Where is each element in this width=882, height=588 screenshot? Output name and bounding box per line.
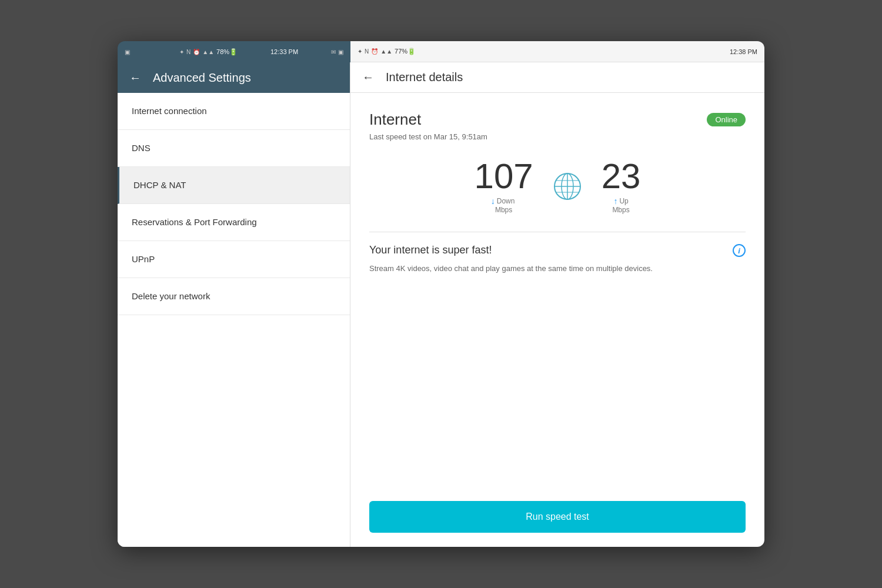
upload-unit: Mbps (602, 206, 641, 214)
menu-item-reservations[interactable]: Reservations & Port Forwarding (118, 204, 350, 241)
left-status-icons: ▣ ✦ N ⏰ ▲▲ 78%🔋 (125, 48, 238, 56)
n-right: N (365, 48, 369, 55)
download-speed-number: 107 (475, 159, 533, 194)
download-arrow-icon: ↓ (491, 196, 495, 206)
download-direction: ↓ Down (475, 196, 533, 206)
status-bar-left: ▣ ✦ N ⏰ ▲▲ 78%🔋 12:33 PM ✉ ▣ (118, 41, 350, 62)
main-area: ← Advanced Settings Internet connection … (118, 62, 764, 547)
screen-icon: ▣ (338, 49, 343, 55)
upload-arrow-icon: ↑ (613, 196, 617, 206)
download-speed-item: 107 ↓ Down Mbps (475, 159, 533, 214)
battery-left: 78%🔋 (216, 48, 238, 56)
info-icon[interactable]: i (733, 244, 746, 257)
alarm-icon: ⏰ (193, 49, 200, 55)
menu-item-dns[interactable]: DNS (118, 130, 350, 167)
n-icon: N (186, 49, 191, 55)
menu-label-delete: Delete your network (132, 291, 210, 301)
right-header: ← Internet details (350, 62, 764, 93)
globe-icon-container (551, 170, 584, 203)
online-badge: Online (707, 113, 746, 126)
left-panel-title: Advanced Settings (153, 71, 251, 85)
menu-label-dhcp: DHCP & NAT (133, 180, 186, 190)
message-icon: ✉ (331, 49, 336, 55)
super-fast-title: Your internet is super fast! (369, 244, 492, 256)
internet-header: Internet Online (369, 111, 746, 129)
menu-label-dns: DNS (132, 143, 151, 153)
left-header: ← Advanced Settings (118, 62, 350, 93)
menu-item-upnp[interactable]: UPnP (118, 241, 350, 278)
menu-item-internet-connection[interactable]: Internet connection (118, 93, 350, 130)
speed-display: 107 ↓ Down Mbps (369, 159, 746, 214)
gallery-icon: ▣ (125, 49, 130, 55)
time-left: 12:33 PM (270, 48, 298, 55)
bt-right: ✦ (358, 48, 362, 55)
upload-direction: ↑ Up (602, 196, 641, 206)
extra-icons-left: ✉ ▣ (331, 49, 343, 55)
menu-label-internet: Internet connection (132, 106, 207, 116)
bluetooth-icon: ✦ (179, 49, 184, 55)
left-menu: Internet connection DNS DHCP & NAT Reser… (118, 93, 350, 547)
upload-label: Up (619, 197, 628, 205)
back-button-right[interactable]: ← (362, 71, 374, 84)
divider (369, 232, 746, 232)
left-panel: ← Advanced Settings Internet connection … (118, 62, 350, 547)
right-content: Internet Online Last speed test on Mar 1… (350, 93, 764, 501)
super-fast-description: Stream 4K videos, video chat and play ga… (369, 263, 746, 275)
upload-speed-item: 23 ↑ Up Mbps (602, 159, 641, 214)
time-right: 12:38 PM (730, 48, 757, 55)
signal-right: ▲▲ (380, 48, 392, 55)
alarm-right: ⏰ (371, 48, 378, 55)
menu-label-reservations: Reservations & Port Forwarding (132, 217, 257, 227)
super-fast-section: Your internet is super fast! i (369, 244, 746, 257)
download-label: Down (497, 197, 515, 205)
speed-test-date: Last speed test on Mar 15, 9:51am (369, 132, 746, 141)
status-bar-right: ✦ N ⏰ ▲▲ 77%🔋 12:38 PM (350, 41, 764, 62)
right-panel: ← Internet details Internet Online Last … (350, 62, 764, 547)
menu-item-delete-network[interactable]: Delete your network (118, 278, 350, 315)
menu-label-upnp: UPnP (132, 254, 155, 264)
device-frame: ▣ ✦ N ⏰ ▲▲ 78%🔋 12:33 PM ✉ ▣ ✦ N ⏰ ▲▲ 77… (118, 41, 764, 547)
menu-item-dhcp-nat[interactable]: DHCP & NAT (118, 167, 350, 204)
back-button-left[interactable]: ← (129, 71, 141, 85)
right-bottom: Run speed test (350, 501, 764, 547)
right-status-icons: ✦ N ⏰ ▲▲ 77%🔋 (358, 48, 416, 55)
signal-icon: ▲▲ (202, 49, 214, 55)
right-panel-title: Internet details (386, 71, 463, 84)
internet-title: Internet (369, 111, 421, 129)
upload-speed-number: 23 (602, 159, 641, 194)
battery-right: 77%🔋 (395, 48, 416, 55)
status-bars: ▣ ✦ N ⏰ ▲▲ 78%🔋 12:33 PM ✉ ▣ ✦ N ⏰ ▲▲ 77… (118, 41, 764, 62)
globe-icon (551, 170, 584, 203)
run-speed-test-button[interactable]: Run speed test (369, 501, 746, 533)
download-unit: Mbps (475, 206, 533, 214)
